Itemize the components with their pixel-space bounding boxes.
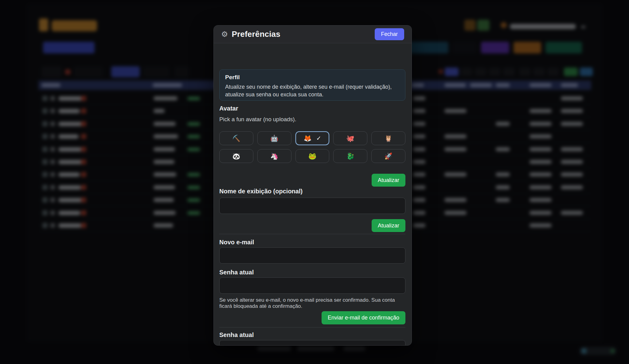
new-email-label: Novo e-mail [219,239,254,246]
close-button[interactable]: Fechar [375,28,404,40]
display-name-input[interactable] [219,198,405,214]
avatar-grid: ⛏️🤖🦊✓🐙🦉🐼🦄🐸🐉🚀 [219,131,405,163]
new-email-input[interactable] [219,247,405,264]
preferences-modal: ⚙ Preferências Fechar Perfil Atualize se… [213,25,412,346]
avatar-option-frog[interactable]: 🐸 [295,149,330,163]
avatar-option-rocket[interactable]: 🚀 [371,149,405,163]
avatar-option-owl[interactable]: 🦉 [371,131,405,145]
modal-title: Preferências [232,29,280,39]
panda-emoji-icon: 🐼 [232,153,240,160]
avatar-option-fox[interactable]: 🦊✓ [295,131,330,145]
display-name-label: Nome de exibição (opcional) [219,188,303,195]
update-avatar-button[interactable]: Atualizar [372,174,405,187]
avatar-option-unicorn[interactable]: 🦄 [257,149,291,163]
section-divider [219,234,405,234]
octopus-emoji-icon: 🐙 [346,135,354,142]
selected-check-icon: ✓ [316,135,321,142]
section-divider [219,327,405,327]
modal-header: ⚙ Preferências Fechar [214,25,412,43]
unicorn-emoji-icon: 🦄 [270,153,278,160]
dragon-emoji-icon: 🐉 [346,153,354,160]
owl-emoji-icon: 🦉 [384,135,392,142]
profile-card-description: Atualize seu nome de exibição, altere se… [225,83,400,99]
send-confirmation-email-button[interactable]: Enviar e-mail de confirmação [322,311,405,324]
password-current-label: Senha atual [219,331,254,339]
fox-emoji-icon: 🦊 [303,135,311,142]
avatar-option-panda[interactable]: 🐼 [219,149,253,163]
email-confirmation-note: Se você alterar seu e-mail, o novo e-mai… [219,297,405,309]
rocket-emoji-icon: 🚀 [384,153,392,160]
avatar-option-robot[interactable]: 🤖 [257,131,291,145]
avatar-heading: Avatar [219,105,238,112]
gear-icon: ⚙ [221,30,228,38]
current-password-label: Senha atual [219,269,254,276]
profile-info-card: Perfil Atualize seu nome de exibição, al… [219,69,405,101]
avatar-option-dragon[interactable]: 🐉 [333,149,367,163]
modal-body: Perfil Atualize seu nome de exibição, al… [214,44,412,345]
update-display-name-button[interactable]: Atualizar [372,219,405,232]
avatar-subheading: Pick a fun avatar (no uploads). [219,116,296,123]
frog-emoji-icon: 🐸 [308,153,316,160]
pickaxe-emoji-icon: ⛏️ [232,135,240,142]
avatar-option-pickaxe[interactable]: ⛏️ [219,131,253,145]
avatar-option-octopus[interactable]: 🐙 [333,131,367,145]
profile-card-heading: Perfil [225,74,400,81]
password-current-input[interactable] [219,340,405,346]
robot-emoji-icon: 🤖 [270,135,278,142]
current-password-input[interactable] [219,277,405,294]
